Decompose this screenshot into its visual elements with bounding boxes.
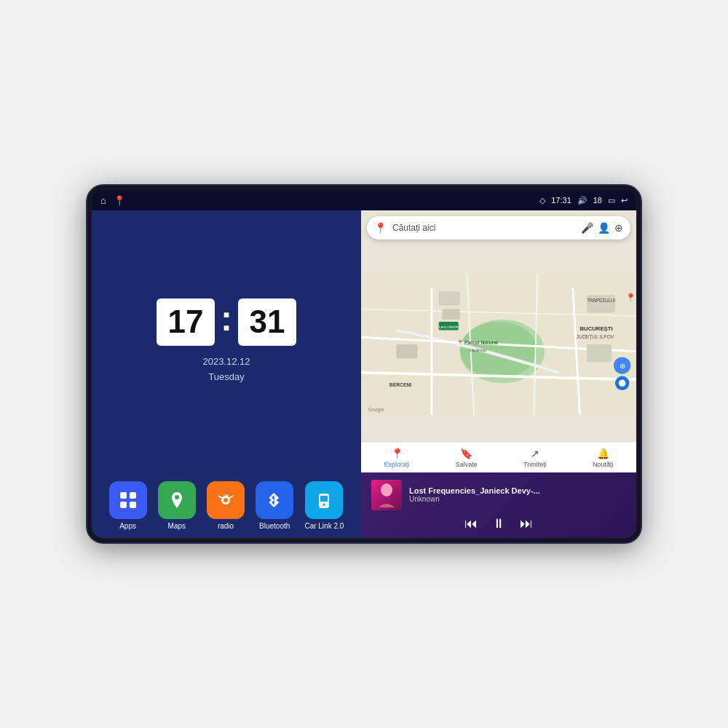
main-content: 17 : 31 2023.12.12 Tuesday 📍 Căutați aic… — [92, 210, 636, 538]
svg-text:JUDEȚUL ILFOV: JUDEȚUL ILFOV — [577, 334, 614, 340]
app-item-apps[interactable]: Apps — [109, 481, 147, 530]
svg-text:BERCENI: BERCENI — [389, 382, 412, 387]
map-search-bar[interactable]: 📍 Căutați aici 🎤 👤 ⊕ — [367, 216, 630, 240]
battery-icon: ▭ — [608, 196, 615, 205]
svg-rect-22 — [120, 492, 127, 499]
svg-text:Văcărești: Văcărești — [469, 348, 486, 352]
svg-rect-3 — [439, 291, 460, 305]
svg-text:📍 Parcul Natural: 📍 Parcul Natural — [457, 339, 498, 346]
explore-label: Explorați — [384, 461, 410, 468]
app-item-carlink[interactable]: Car Link 2.0 — [304, 481, 344, 530]
clock-date-line1: 2023.12.12 — [202, 355, 250, 370]
music-info: Lost Frequencies_Janieck Devy-... Unknow… — [371, 480, 626, 510]
music-artist: Unknown — [409, 495, 626, 503]
clock-display: 17 : 31 — [157, 298, 296, 346]
volume-level: 18 — [593, 196, 602, 205]
radio-label: radio — [218, 522, 234, 530]
clock-date: 2023.12.12 Tuesday — [202, 355, 250, 385]
carlink-icon — [305, 481, 343, 519]
app-dock: Apps Maps FM — [92, 472, 361, 538]
explore-icon: 📍 — [391, 448, 403, 459]
next-button[interactable]: ⏭ — [520, 516, 533, 531]
svg-rect-32 — [320, 496, 328, 502]
account-icon[interactable]: 👤 — [598, 222, 610, 234]
svg-line-29 — [218, 496, 222, 498]
status-right: ◇ 17:31 🔊 18 ▭ ↩ — [539, 196, 628, 205]
maps-icon — [158, 481, 196, 519]
svg-line-30 — [229, 496, 233, 498]
status-left: ⌂ 📍 — [100, 195, 125, 206]
svg-point-27 — [223, 498, 228, 502]
map-bottom-bar: 📍 Explorați 🔖 Salvate ↗ Trimiteți 🔔 — [361, 442, 636, 472]
send-icon: ↗ — [531, 448, 539, 459]
status-bar: ⌂ 📍 ◇ 17:31 🔊 18 ▭ ↩ — [92, 190, 636, 210]
music-controls: ⏮ ⏸ ⏭ — [371, 516, 626, 531]
apps-icon — [109, 481, 147, 519]
play-pause-button[interactable]: ⏸ — [492, 516, 505, 531]
map-svg-area: 📍 Parcul Natural Văcărești BUCUREȘTI JUD… — [361, 245, 636, 443]
svg-text:⊕: ⊕ — [620, 362, 625, 370]
clock-hours: 17 — [157, 298, 215, 346]
maps-pin-icon: 📍 — [374, 222, 387, 234]
app-item-bluetooth[interactable]: Bluetooth — [256, 481, 293, 530]
svg-rect-25 — [130, 502, 136, 508]
svg-rect-7 — [587, 344, 612, 362]
map-background: 📍 Căutați aici 🎤 👤 ⊕ — [361, 210, 636, 472]
map-send-tab[interactable]: ↗ Trimiteți — [523, 448, 547, 468]
map-widget[interactable]: 📍 Căutați aici 🎤 👤 ⊕ — [361, 210, 636, 472]
clock-widget: 17 : 31 2023.12.12 Tuesday — [92, 210, 361, 472]
maps-label: Maps — [168, 522, 186, 530]
map-explore-tab[interactable]: 📍 Explorați — [384, 448, 410, 468]
svg-text:📍: 📍 — [625, 293, 636, 303]
mic-icon[interactable]: 🎤 — [581, 222, 593, 234]
clock-colon: : — [221, 301, 232, 336]
svg-text:Google: Google — [368, 407, 384, 413]
map-search-placeholder: Căutați aici — [392, 223, 575, 233]
svg-text:BUCUREȘTI: BUCUREȘTI — [579, 325, 612, 332]
map-search-actions: 🎤 👤 ⊕ — [581, 222, 623, 234]
bluetooth-label: Bluetooth — [259, 522, 290, 530]
music-text: Lost Frequencies_Janieck Devy-... Unknow… — [409, 486, 626, 503]
device-shell: ⌂ 📍 ◇ 17:31 🔊 18 ▭ ↩ 17 : 31 — [87, 186, 641, 542]
carlink-label: Car Link 2.0 — [304, 522, 344, 530]
volume-icon: 🔊 — [577, 196, 587, 205]
music-player: Lost Frequencies_Janieck Devy-... Unknow… — [361, 472, 636, 538]
map-saved-tab[interactable]: 🔖 Salvate — [456, 448, 478, 468]
svg-rect-4 — [442, 309, 459, 320]
svg-rect-24 — [120, 502, 127, 508]
music-title: Lost Frequencies_Janieck Devy-... — [409, 486, 626, 495]
status-time: 17:31 — [551, 196, 571, 205]
app-item-maps[interactable]: Maps — [158, 481, 196, 530]
bluetooth-icon — [256, 481, 293, 519]
layers-icon[interactable]: ⊕ — [614, 222, 623, 234]
svg-text:FM: FM — [223, 494, 228, 498]
maps-nav-icon[interactable]: 📍 — [114, 195, 125, 206]
map-news-tab[interactable]: 🔔 Noutăți — [593, 448, 614, 468]
music-thumbnail — [371, 480, 402, 510]
radio-icon: FM — [207, 481, 245, 519]
svg-text:Leroy Merlin: Leroy Merlin — [439, 325, 459, 329]
news-label: Noutăți — [593, 461, 614, 468]
app-item-radio[interactable]: FM radio — [207, 481, 245, 530]
news-icon: 🔔 — [597, 448, 609, 459]
prev-button[interactable]: ⏮ — [464, 516, 478, 531]
svg-point-35 — [381, 483, 392, 496]
svg-point-19 — [619, 379, 626, 387]
home-icon[interactable]: ⌂ — [100, 195, 106, 206]
apps-label: Apps — [119, 522, 136, 530]
svg-rect-23 — [130, 492, 136, 499]
svg-rect-6 — [396, 344, 417, 358]
svg-point-33 — [323, 503, 325, 505]
saved-label: Salvate — [456, 461, 478, 468]
signal-icon: ◇ — [539, 196, 545, 205]
clock-minutes: 31 — [238, 298, 296, 346]
saved-icon: 🔖 — [460, 448, 472, 459]
back-icon[interactable]: ↩ — [621, 196, 628, 205]
svg-text:TRAPEZULUI: TRAPEZULUI — [587, 298, 615, 303]
send-label: Trimiteți — [523, 461, 547, 468]
clock-date-line2: Tuesday — [202, 370, 250, 385]
screen: ⌂ 📍 ◇ 17:31 🔊 18 ▭ ↩ 17 : 31 — [92, 190, 636, 538]
